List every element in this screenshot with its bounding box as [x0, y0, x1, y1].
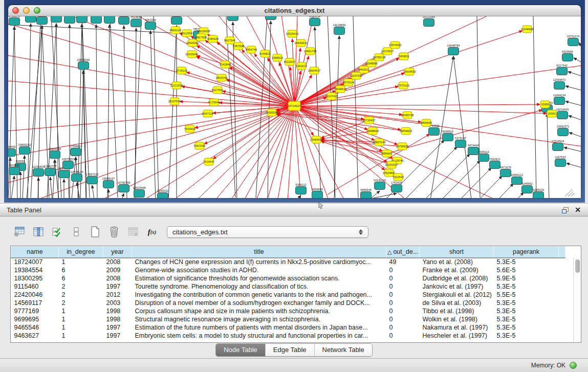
table-settings-icon[interactable]: [13, 225, 26, 238]
network-node-teal[interactable]: [64, 16, 75, 24]
network-node-teal[interactable]: [78, 62, 89, 70]
network-node-teal[interactable]: [266, 16, 276, 20]
column-header-pagerank[interactable]: pagerank: [494, 247, 559, 258]
table-cell: Structural magnetic resonance image aver…: [132, 315, 386, 323]
network-node-teal[interactable]: [87, 177, 98, 184]
network-node-label: 19755108: [373, 56, 386, 59]
table-row[interactable]: 946554611997Estimation of the future num…: [11, 323, 565, 332]
network-node-teal[interactable]: [558, 128, 569, 136]
select-rows-icon[interactable]: [51, 225, 63, 238]
network-canvas[interactable]: 2405571889406730691406189437711065525715…: [8, 16, 581, 198]
network-node-teal[interactable]: [171, 17, 182, 25]
network-node-teal[interactable]: [33, 169, 44, 177]
network-node-teal[interactable]: [443, 134, 453, 141]
select-column-icon[interactable]: [32, 225, 45, 238]
network-node-teal[interactable]: [500, 169, 511, 177]
scrollbar-thumb[interactable]: [575, 259, 580, 273]
network-node-teal[interactable]: [533, 192, 544, 199]
network-node-teal[interactable]: [19, 147, 30, 155]
network-node-teal[interactable]: [145, 22, 156, 30]
network-node-teal[interactable]: [468, 147, 479, 155]
network-node-teal[interactable]: [71, 148, 81, 156]
network-node-teal[interactable]: [37, 17, 48, 25]
network-node-teal[interactable]: [553, 143, 563, 151]
float-panel-icon[interactable]: [562, 207, 569, 213]
column-header-year[interactable]: year: [103, 247, 132, 258]
network-node-teal[interactable]: [562, 54, 573, 61]
table-vertical-scrollbar[interactable]: [573, 257, 581, 342]
network-node-teal[interactable]: [158, 193, 168, 199]
network-node-teal[interactable]: [134, 190, 145, 198]
column-header-short[interactable]: short: [420, 247, 494, 258]
column-header-out-de-[interactable]: △out_de...: [386, 247, 420, 258]
close-panel-icon[interactable]: ✕: [575, 206, 581, 213]
network-node-teal[interactable]: [490, 161, 500, 169]
network-node-teal[interactable]: [51, 16, 62, 23]
network-node-teal[interactable]: [77, 16, 88, 23]
network-node-teal[interactable]: [312, 191, 323, 199]
network-edge-black: [565, 86, 581, 90]
network-node-label: 15751074: [567, 35, 580, 38]
table-row[interactable]: 911546021997Tourette syndrome. Phenomeno…: [11, 282, 565, 291]
column-header-title[interactable]: title: [132, 247, 386, 258]
table-row[interactable]: 1872400712008Changes of HCN gene express…: [11, 258, 565, 266]
table-row[interactable]: 969969511998Structural magnetic resonanc…: [11, 315, 565, 323]
network-node-teal[interactable]: [522, 186, 533, 193]
row-height-icon[interactable]: [70, 225, 82, 238]
network-node-teal[interactable]: [568, 38, 579, 46]
network-node-teal[interactable]: [554, 97, 565, 105]
network-node-teal[interactable]: [334, 27, 345, 35]
tab-node-table[interactable]: Node Table: [216, 344, 265, 356]
network-node-teal[interactable]: [103, 181, 114, 188]
network-node-teal[interactable]: [557, 112, 568, 119]
table-row[interactable]: 1456911722003Disruption of a novel membe…: [11, 299, 565, 307]
table-row[interactable]: 2242004622012Investigating the contribut…: [11, 291, 565, 299]
network-node-teal[interactable]: [26, 16, 36, 23]
network-node-teal[interactable]: [91, 16, 102, 24]
table-row[interactable]: 977716911998Corpus callosum shape and si…: [11, 307, 565, 315]
delete-table-disabled-icon[interactable]: [127, 225, 139, 238]
network-node-teal[interactable]: [9, 167, 20, 175]
network-node-teal[interactable]: [455, 140, 466, 148]
network-node-teal[interactable]: [424, 19, 434, 27]
network-window-titlebar[interactable]: citations_edges.txt: [8, 5, 581, 16]
tab-network-table[interactable]: Network Table: [314, 344, 372, 356]
network-node-teal[interactable]: [375, 182, 385, 190]
network-node-teal[interactable]: [50, 151, 60, 159]
network-node-teal[interactable]: [131, 19, 142, 27]
network-node-teal[interactable]: [228, 16, 238, 21]
table-selector-combobox[interactable]: citations_edges.txt: [167, 226, 368, 238]
function-builder-icon[interactable]: f(x): [146, 225, 158, 238]
network-node-teal[interactable]: [555, 159, 566, 167]
new-column-icon[interactable]: [89, 225, 101, 238]
network-node-teal[interactable]: [512, 177, 522, 185]
network-node-teal[interactable]: [104, 16, 115, 24]
network-node-teal[interactable]: [9, 18, 20, 26]
tab-edge-table[interactable]: Edge Table: [265, 344, 314, 356]
network-node-teal[interactable]: [72, 174, 82, 182]
table-row[interactable]: 1938455462009Genome-wide association stu…: [11, 266, 565, 274]
table-row[interactable]: 946362711997Embryonic stem cells: a mode…: [11, 332, 565, 340]
delete-column-icon[interactable]: [108, 225, 120, 238]
network-node-teal[interactable]: [557, 68, 568, 75]
network-node-teal[interactable]: [59, 170, 70, 178]
network-node-label: 15720407: [363, 119, 376, 122]
network-node-teal[interactable]: [45, 168, 56, 176]
network-node-teal[interactable]: [310, 18, 320, 26]
network-node-teal[interactable]: [119, 185, 129, 192]
column-header-in-degree[interactable]: in_degree: [59, 247, 103, 258]
column-header-name[interactable]: name: [11, 247, 59, 258]
network-node-teal[interactable]: [554, 82, 565, 90]
table-row[interactable]: 1830029562008Estimation of significance …: [11, 274, 565, 282]
network-node-teal[interactable]: [296, 187, 307, 194]
network-node-teal[interactable]: [63, 161, 74, 169]
network-node-teal[interactable]: [8, 149, 16, 157]
network-node-teal[interactable]: [478, 154, 489, 162]
network-edge-black: [565, 101, 581, 105]
network-node-teal[interactable]: [391, 185, 402, 192]
network-node-teal[interactable]: [429, 128, 440, 136]
network-edge-red: [294, 73, 404, 106]
network-node-teal[interactable]: [448, 48, 459, 55]
network-node-teal[interactable]: [361, 192, 372, 199]
network-node-teal[interactable]: [119, 17, 129, 25]
